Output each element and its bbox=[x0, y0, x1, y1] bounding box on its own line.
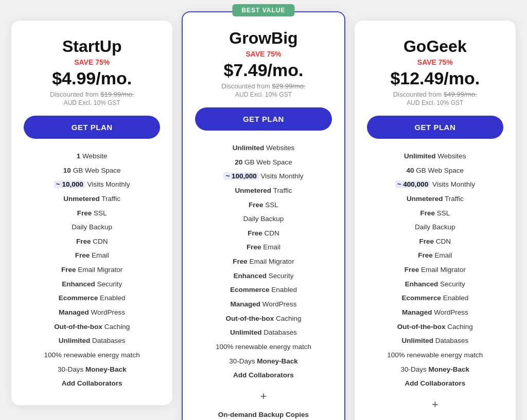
feature-item: Free Email Migrator bbox=[195, 254, 331, 269]
extra-features-list: On-demand Backup Copies30% faster PHPSta… bbox=[367, 416, 503, 420]
plan-price: $12.49/mo. bbox=[367, 68, 503, 88]
feature-item: Unlimited Websites bbox=[367, 149, 503, 163]
plans-container: StartUpSAVE 75%$4.99/mo.Discounted from … bbox=[11, 21, 516, 420]
feature-item: Unmetered Traffic bbox=[367, 192, 503, 206]
feature-item: ~ 400,000 Visits Monthly bbox=[367, 177, 503, 192]
get-plan-button[interactable]: GET PLAN bbox=[367, 116, 503, 139]
feature-item: Free SSL bbox=[24, 206, 160, 221]
plan-price: $4.99/mo. bbox=[24, 68, 160, 88]
feature-item: Ecommerce Enabled bbox=[367, 291, 503, 305]
feature-item: 40 GB Web Space bbox=[367, 163, 503, 178]
plan-card-growbig: BEST VALUEGrowBigSAVE 75%$7.49/mo.Discou… bbox=[182, 11, 345, 420]
feature-item: 100% renewable energy match bbox=[367, 348, 503, 362]
feature-item: Out-of-the-box Caching bbox=[195, 312, 331, 326]
feature-item: Free CDN bbox=[367, 234, 503, 249]
plan-card-gogeek: GoGeekSAVE 75%$12.49/mo.Discounted from … bbox=[355, 21, 516, 420]
extras-divider: + bbox=[195, 390, 331, 403]
feature-item: Unmetered Traffic bbox=[24, 192, 160, 206]
extra-feature-item: On-demand Backup Copies bbox=[367, 416, 503, 420]
tax-note: AUD Excl. 10% GST bbox=[195, 91, 331, 98]
features-list: Unlimited Websites20 GB Web Space~ 100,0… bbox=[195, 141, 331, 382]
feature-item: Free CDN bbox=[195, 226, 331, 241]
feature-item: 10 GB Web Space bbox=[24, 163, 160, 178]
feature-item: Managed WordPress bbox=[367, 305, 503, 320]
best-value-badge: BEST VALUE bbox=[232, 4, 294, 16]
feature-item: Out-of-the-box Caching bbox=[24, 320, 160, 334]
feature-item: Unlimited Websites bbox=[195, 141, 331, 155]
extra-features-list: On-demand Backup Copies30% faster PHPSta… bbox=[195, 408, 331, 420]
save-label: SAVE 75% bbox=[195, 50, 331, 58]
feature-item: 30-Days Money-Back bbox=[367, 362, 503, 377]
feature-item: ~ 100,000 Visits Monthly bbox=[195, 169, 331, 184]
feature-item: ~ 10,000 Visits Monthly bbox=[24, 177, 160, 192]
feature-item: Enhanced Security bbox=[195, 269, 331, 283]
feature-item: Free Email Migrator bbox=[367, 263, 503, 277]
feature-item: 20 GB Web Space bbox=[195, 155, 331, 170]
plan-name: GrowBig bbox=[195, 29, 331, 48]
feature-item: Free Email bbox=[367, 248, 503, 263]
feature-item: Unlimited Databases bbox=[367, 334, 503, 348]
feature-item: Add Collaborators bbox=[24, 376, 160, 391]
feature-item: Add Collaborators bbox=[195, 368, 331, 382]
feature-item: 100% renewable energy match bbox=[195, 340, 331, 354]
feature-item: 30-Days Money-Back bbox=[24, 362, 160, 377]
feature-item: Free Email Migrator bbox=[24, 263, 160, 277]
plan-card-startup: StartUpSAVE 75%$4.99/mo.Discounted from … bbox=[11, 21, 172, 405]
feature-item: Managed WordPress bbox=[24, 305, 160, 320]
feature-item: Add Collaborators bbox=[367, 376, 503, 391]
feature-item: Daily Backup bbox=[367, 220, 503, 234]
plan-price: $7.49/mo. bbox=[195, 60, 331, 80]
feature-item: Free SSL bbox=[195, 198, 331, 212]
features-list: Unlimited Websites40 GB Web Space~ 400,0… bbox=[367, 149, 503, 391]
save-label: SAVE 75% bbox=[367, 58, 503, 66]
plan-name: GoGeek bbox=[367, 37, 503, 56]
features-list: 1 Website10 GB Web Space~ 10,000 Visits … bbox=[24, 149, 160, 391]
feature-item: Free Email bbox=[195, 240, 331, 254]
feature-item: 1 Website bbox=[24, 149, 160, 163]
extras-divider: + bbox=[367, 398, 503, 411]
extra-feature-item: On-demand Backup Copies bbox=[195, 408, 331, 420]
feature-item: Daily Backup bbox=[195, 212, 331, 226]
feature-item: Free SSL bbox=[367, 206, 503, 221]
feature-item: Out-of-the-box Caching bbox=[367, 320, 503, 334]
feature-item: Unmetered Traffic bbox=[195, 184, 331, 198]
feature-item: 100% renewable energy match bbox=[24, 348, 160, 362]
original-price: Discounted from $29.99/mo. bbox=[195, 82, 331, 90]
feature-item: Daily Backup bbox=[24, 220, 160, 234]
plan-name: StartUp bbox=[24, 37, 160, 56]
feature-item: Free CDN bbox=[24, 234, 160, 249]
original-price: Discounted from $19.99/mo. bbox=[24, 90, 160, 98]
get-plan-button[interactable]: GET PLAN bbox=[195, 107, 331, 131]
feature-item: Ecommerce Enabled bbox=[195, 283, 331, 297]
feature-item: Unlimited Databases bbox=[24, 334, 160, 348]
save-label: SAVE 75% bbox=[24, 58, 160, 66]
feature-item: Free Email bbox=[24, 248, 160, 263]
feature-item: Ecommerce Enabled bbox=[24, 291, 160, 305]
get-plan-button[interactable]: GET PLAN bbox=[24, 116, 160, 139]
original-price: Discounted from $49.99/mo. bbox=[367, 90, 503, 98]
feature-item: Managed WordPress bbox=[195, 297, 331, 312]
feature-item: Enhanced Security bbox=[24, 277, 160, 291]
tax-note: AUD Excl. 10% GST bbox=[367, 99, 503, 106]
feature-item: Unlimited Databases bbox=[195, 325, 331, 340]
tax-note: AUD Excl. 10% GST bbox=[24, 99, 160, 106]
feature-item: Enhanced Security bbox=[367, 277, 503, 291]
feature-item: 30-Days Money-Back bbox=[195, 354, 331, 369]
